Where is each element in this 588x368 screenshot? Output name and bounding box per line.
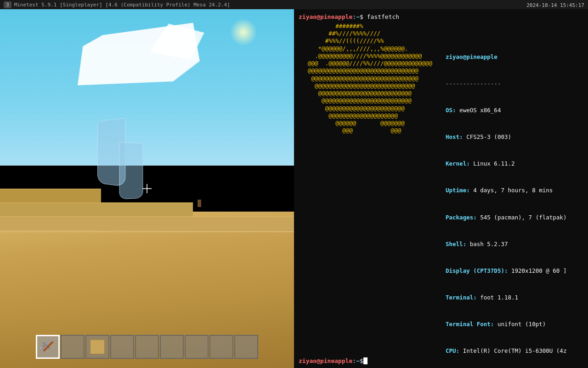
hotbar-slot-9[interactable]	[234, 335, 258, 359]
hotbar-slot-7[interactable]	[185, 335, 209, 359]
terminal-content: ziyao@pineapple:~$ fastfetch #######% ##…	[294, 9, 588, 356]
info-cpu: CPU: Intel(R) Core(TM) i5-6300U (4z	[446, 346, 583, 355]
info-username-line: ziyao@pineapple	[446, 52, 583, 61]
topbar-right: 2024-10-14 15:45:17	[526, 1, 584, 8]
command-line: ziyao@pineapple:~$ fastfetch	[299, 13, 583, 22]
command-text: fastfetch	[367, 13, 399, 22]
hotbar-slot-6[interactable]	[160, 335, 184, 359]
crosshair	[142, 184, 152, 193]
hotbar-slot-2[interactable]	[61, 335, 85, 359]
top-bar: 3 Minetest 5.9.1 [Singleplayer] [4.6 (Co…	[0, 0, 588, 9]
info-uptime: Uptime: 4 days, 7 hours, 8 mins	[446, 186, 583, 195]
info-os: OS: eweOS x86_64	[446, 106, 583, 115]
topbar-left: 3 Minetest 5.9.1 [Singleplayer] [4.6 (Co…	[4, 1, 230, 8]
prompt-hostname: pineapple	[320, 13, 352, 22]
system-info-block: ziyao@pineapple ---------------- OS: ewe…	[446, 34, 583, 356]
crystal-structure-2	[119, 143, 147, 202]
prompt-path: ~	[356, 13, 360, 22]
svg-rect-4	[45, 339, 50, 344]
sun-glow	[230, 18, 257, 46]
info-username: ziyao@pineapple	[446, 53, 498, 60]
prompt-username: ziyao	[299, 13, 317, 22]
platform-level-3	[0, 189, 101, 202]
system-clock: 2024-10-14 15:45:17	[526, 2, 584, 8]
hotbar-slot-8[interactable]	[209, 335, 233, 359]
workspace-tag[interactable]: 3	[4, 1, 11, 8]
hotbar-slot-4[interactable]	[110, 335, 134, 359]
info-separator: ----------------	[446, 80, 501, 87]
hotbar	[36, 335, 258, 359]
platform-level-2	[0, 202, 193, 216]
bottom-prompt-username: ziyao	[299, 357, 317, 364]
bottom-prompt-hostname: pineapple	[320, 357, 352, 364]
info-separator-line: ----------------	[446, 79, 583, 88]
info-host: Host: CFS25-3 (003)	[446, 132, 583, 141]
pickaxe-icon	[40, 339, 56, 355]
hotbar-slot-3[interactable]	[85, 335, 109, 359]
info-shell: Shell: bash 5.2.37	[446, 240, 583, 248]
info-display: Display (CPT37D5): 1920x1200 @ 60 ]	[446, 266, 583, 275]
info-packages: Packages: 545 (pacman), 7 (flatpak)	[446, 213, 583, 222]
hotbar-slot-1[interactable]	[36, 335, 60, 359]
bottom-prompt-path: ~	[356, 357, 360, 364]
hotbar-slot-5[interactable]	[135, 335, 159, 359]
main-area: ziyao@pineapple:~$ fastfetch #######% ##…	[0, 9, 588, 368]
terminal-panel[interactable]: ziyao@pineapple:~$ fastfetch #######% ##…	[294, 9, 588, 368]
sand-surface-line	[0, 231, 294, 232]
info-terminal-font: Terminal Font: unifont (10pt)	[446, 320, 583, 328]
platform-level-1	[0, 216, 294, 230]
hotbar-item-sand	[86, 336, 108, 358]
info-kernel: Kernel: Linux 6.11.2	[446, 159, 583, 168]
hotbar-item-pickaxe	[37, 336, 58, 357]
distant-block	[198, 200, 201, 207]
game-panel[interactable]	[0, 9, 294, 368]
info-terminal: Terminal: foot 1.18.1	[446, 293, 583, 302]
game-window-title: Minetest 5.9.1 [Singleplayer] [4.6 (Comp…	[14, 2, 230, 8]
terminal-cursor	[363, 357, 368, 364]
